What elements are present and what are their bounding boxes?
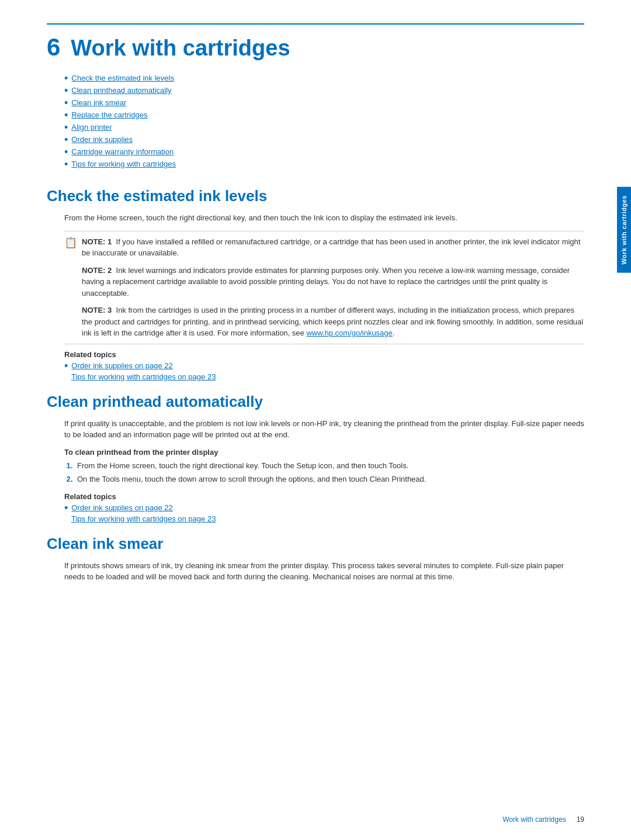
note-icon: 📋 bbox=[64, 236, 77, 249]
clean-printhead-subheading: To clean printhead from the printer disp… bbox=[64, 448, 584, 457]
top-rule bbox=[47, 23, 584, 25]
section-heading-check-ink: Check the estimated ink levels bbox=[47, 187, 584, 205]
clean-printhead-body: If print quality is unacceptable, and th… bbox=[64, 418, 584, 441]
toc-link-warranty[interactable]: Cartridge warranty information bbox=[71, 147, 174, 156]
bullet-icon: • bbox=[64, 110, 68, 120]
list-item: • Clean printhead automatically bbox=[64, 86, 584, 96]
related-list-2: • Order ink supplies on page 22 Tips for… bbox=[64, 503, 584, 523]
chapter-heading: 6 Work with cartridges bbox=[47, 35, 584, 60]
bullet-icon: • bbox=[64, 361, 68, 371]
section-heading-clean-ink: Clean ink smear bbox=[47, 535, 584, 553]
clean-ink-body: If printouts shows smears of ink, try cl… bbox=[64, 560, 584, 583]
toc-list: • Check the estimated ink levels • Clean… bbox=[64, 74, 584, 170]
related-item: Tips for working with cartridges on page… bbox=[64, 514, 584, 523]
bullet-icon: • bbox=[64, 122, 68, 133]
note-text-3: NOTE: 3 Ink from the cartridges is used … bbox=[82, 305, 584, 339]
footer: Work with cartridges 19 bbox=[502, 815, 584, 824]
note-body-2: Ink level warnings and indicators provid… bbox=[82, 266, 570, 298]
related-link-2-2[interactable]: Tips for working with cartridges on page… bbox=[71, 514, 216, 523]
list-item: • Cartridge warranty information bbox=[64, 147, 584, 157]
note-body-1: If you have installed a refilled or rema… bbox=[82, 237, 580, 258]
side-tab: Work with cartridges bbox=[617, 187, 631, 273]
footer-page: 19 bbox=[577, 815, 584, 824]
toc-link-replace[interactable]: Replace the cartridges bbox=[71, 110, 147, 119]
related-link-1-1[interactable]: Order ink supplies on page 22 bbox=[71, 361, 172, 370]
toc-link-tips[interactable]: Tips for working with cartridges bbox=[71, 160, 176, 168]
toc-link-align[interactable]: Align printer bbox=[71, 123, 112, 132]
list-item: • Replace the cartridges bbox=[64, 110, 584, 120]
list-item: • Align printer bbox=[64, 123, 584, 133]
note-row-1: 📋 NOTE: 1 If you have installed a refill… bbox=[64, 236, 584, 259]
related-link-2-1[interactable]: Order ink supplies on page 22 bbox=[71, 503, 172, 512]
related-list-1: • Order ink supplies on page 22 Tips for… bbox=[64, 361, 584, 381]
list-item: • Clean ink smear bbox=[64, 98, 584, 108]
note-link-inkusage[interactable]: www.hp.com/go/inkusage bbox=[306, 329, 392, 337]
chapter-number: 6 bbox=[47, 35, 60, 60]
step-2: On the Tools menu, touch the down arrow … bbox=[75, 473, 584, 485]
footer-text: Work with cartridges bbox=[502, 815, 566, 824]
toc-link-check-ink[interactable]: Check the estimated ink levels bbox=[71, 74, 174, 82]
bullet-icon: • bbox=[64, 147, 68, 157]
bullet-icon: • bbox=[64, 98, 68, 108]
toc-link-clean-printhead[interactable]: Clean printhead automatically bbox=[71, 86, 171, 95]
bullet-icon: • bbox=[64, 159, 68, 170]
section-heading-clean-printhead: Clean printhead automatically bbox=[47, 393, 584, 411]
note-row-3: 📋 NOTE: 3 Ink from the cartridges is use… bbox=[64, 305, 584, 339]
page-container: 6 Work with cartridges • Check the estim… bbox=[0, 0, 631, 840]
related-item: Tips for working with cartridges on page… bbox=[64, 372, 584, 381]
related-topics-label-1: Related topics bbox=[64, 350, 584, 359]
list-item: • Check the estimated ink levels bbox=[64, 74, 584, 84]
check-ink-body: From the Home screen, touch the right di… bbox=[64, 212, 584, 224]
note-block-check-ink: 📋 NOTE: 1 If you have installed a refill… bbox=[64, 231, 584, 344]
toc-link-order[interactable]: Order ink supplies bbox=[71, 135, 133, 144]
related-topics-label-2: Related topics bbox=[64, 492, 584, 501]
note-row-2: 📋 NOTE: 2 Ink level warnings and indicat… bbox=[64, 265, 584, 299]
related-item: • Order ink supplies on page 22 bbox=[64, 361, 584, 371]
toc-link-clean-ink[interactable]: Clean ink smear bbox=[71, 98, 126, 107]
list-item: • Tips for working with cartridges bbox=[64, 160, 584, 170]
note-text-1: NOTE: 1 If you have installed a refilled… bbox=[82, 236, 584, 259]
note-label-1: NOTE: 1 bbox=[82, 237, 112, 246]
note-text-2: NOTE: 2 Ink level warnings and indicator… bbox=[82, 265, 584, 299]
bullet-icon: • bbox=[64, 503, 68, 513]
bullet-icon: • bbox=[64, 85, 68, 96]
list-item: • Order ink supplies bbox=[64, 135, 584, 145]
bullet-icon: • bbox=[64, 73, 68, 84]
chapter-title: Work with cartridges bbox=[71, 37, 290, 59]
side-tab-label: Work with cartridges bbox=[620, 195, 627, 265]
related-link-1-2[interactable]: Tips for working with cartridges on page… bbox=[71, 372, 216, 381]
related-item: • Order ink supplies on page 22 bbox=[64, 503, 584, 513]
bullet-icon: • bbox=[64, 134, 68, 145]
step-1: From the Home screen, touch the right di… bbox=[75, 460, 584, 472]
note-body-3-after: . bbox=[393, 329, 395, 337]
note-label-2: NOTE: 2 bbox=[82, 266, 112, 275]
note-label-3: NOTE: 3 bbox=[82, 306, 112, 314]
clean-printhead-steps: From the Home screen, touch the right di… bbox=[64, 460, 584, 485]
